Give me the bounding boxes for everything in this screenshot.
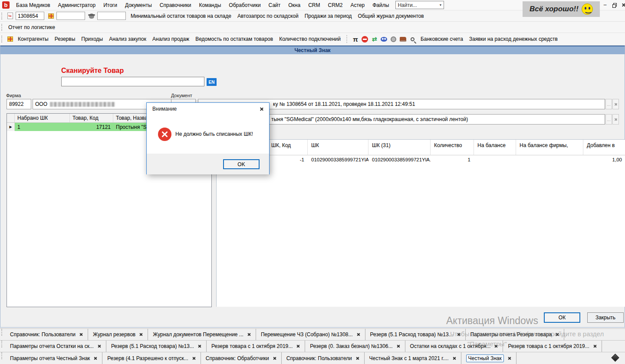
close-window-button[interactable]	[621, 2, 625, 8]
toolbar-button-kontragenty[interactable]: Контрагенты	[15, 33, 52, 45]
column-header-nabrano-shk[interactable]: Набрано ШК	[15, 114, 70, 122]
stop-icon[interactable]	[362, 36, 368, 43]
menu-item-spravochniki[interactable]: Справочники	[156, 0, 195, 10]
toolbar-grip[interactable]	[1, 329, 3, 336]
toolbar-button-min-ostatok[interactable]: Минимальный остаток товаров на складе	[128, 10, 234, 21]
tab-rezerv-tovara-oktyabr-1[interactable]: Резерв товара с 1 октября 2019...	[207, 341, 305, 352]
document-ellipsis-button[interactable]: ...	[605, 99, 612, 109]
menu-item-itogi[interactable]: Итоги	[99, 0, 121, 10]
menu-item-sait[interactable]: Сайт	[265, 0, 285, 10]
menu-item-okna[interactable]: Окна	[284, 0, 304, 10]
tab-close-icon[interactable]	[357, 333, 360, 336]
scan-input[interactable]	[61, 77, 204, 86]
tab-close-icon[interactable]	[508, 357, 511, 360]
column-header-kolichestvo[interactable]: Количество	[431, 140, 474, 155]
tab-close-icon[interactable]	[79, 333, 83, 336]
agent-input[interactable]	[97, 12, 126, 20]
toolbar-button-prihody[interactable]: Приходы	[78, 33, 106, 45]
toolbar-button-bank-scheta[interactable]: Банковские счета	[418, 33, 466, 45]
tab-chestny-znak-active[interactable]: Честный Знак	[461, 352, 516, 364]
menu-item-crm[interactable]: CRM	[304, 0, 324, 10]
toolbar-button-zayavki[interactable]: Заявки на расход денежных средств	[466, 33, 561, 45]
tab-rezerv-rashod-2[interactable]: Резерв (5.1 Расход товара) №13...	[106, 341, 207, 352]
column-header-shk[interactable]: ШК	[308, 140, 368, 155]
tab-chestny-znak-mart[interactable]: Честный Знак с 1 марта 2021 г....	[365, 352, 461, 364]
tab-close-icon[interactable]	[457, 333, 461, 336]
toolbar-button-kolichestvo-podkl[interactable]: Количество подключений	[276, 33, 344, 45]
product-ellipsis-button[interactable]: ...	[605, 114, 612, 125]
toolbar-button-vedomost[interactable]: Ведомость по остаткам товаров	[192, 33, 276, 45]
tab-parametry-ostatki[interactable]: Параметры отчета Остатки на ск...	[5, 341, 106, 352]
menu-item-obrabotchiki[interactable]: Обработчики	[225, 0, 264, 10]
tab-rezerv-tovara-oktyabr-2[interactable]: Резерв товара с 1 октября 2019...	[503, 341, 602, 352]
tab-close-icon[interactable]	[556, 333, 559, 336]
tab-peremeshenie-chz[interactable]: Перемещение ЧЗ (Собрано) №1308...	[256, 329, 365, 340]
tab-spravochnik-polzovateli[interactable]: Справочник: Пользователи	[5, 329, 88, 340]
tab-close-icon[interactable]	[98, 344, 101, 348]
toolbar-grip[interactable]	[1, 341, 3, 348]
toolbar-grip[interactable]	[1, 13, 3, 20]
toolbar-grip[interactable]	[1, 36, 3, 43]
tab-close-icon[interactable]	[494, 344, 498, 348]
column-header-na-balanse[interactable]: На балансе	[474, 140, 516, 155]
gift-icon[interactable]	[7, 36, 13, 42]
menu-item-administrator[interactable]: Администратор	[54, 0, 100, 10]
tab-close-icon[interactable]	[296, 344, 300, 348]
tab-close-icon[interactable]	[94, 357, 97, 360]
dialog-close-button[interactable]	[257, 105, 266, 113]
recycle-icon[interactable]: ⇄	[372, 36, 377, 43]
menu-item-dokumenty[interactable]: Документы	[121, 0, 156, 10]
tab-ostatki-na-skladah[interactable]: Остатки на складах с 1 октября...	[405, 341, 503, 352]
toolbar-button-autozapros[interactable]: Автозапрос по складской	[234, 10, 302, 21]
pi-icon[interactable]: π	[353, 36, 358, 43]
doc-number-input[interactable]	[16, 12, 44, 20]
tab-close-icon[interactable]	[247, 333, 251, 336]
menu-item-baza-medikov[interactable]: База Медиков	[12, 0, 54, 10]
tab-zhurnal-rezervov[interactable]: Журнал резервов	[88, 329, 148, 340]
menu-item-aster[interactable]: Астер	[347, 0, 369, 10]
tab-close-icon[interactable]	[198, 344, 201, 348]
restore-button[interactable]	[612, 2, 617, 8]
tab-rezerv-razresheno[interactable]: Резерв (4.1 Разрешено к отпуск...	[102, 352, 201, 364]
menu-item-faily[interactable]: Файлы	[368, 0, 393, 10]
book-icon[interactable]	[400, 37, 406, 42]
mask-icon[interactable]	[381, 37, 387, 42]
document-clear-button[interactable]	[612, 99, 619, 109]
toolbar-grip[interactable]	[1, 352, 3, 359]
stamp-icon[interactable]	[391, 36, 396, 42]
toolbar-button-otchet-logistika[interactable]: Отчет по логистике	[5, 22, 58, 33]
toolbar-button-analiz-zakupok[interactable]: Анализ закупок	[106, 33, 149, 45]
keyboard-layout-button[interactable]: EN	[207, 78, 217, 86]
dropdown-arrow-icon[interactable]: ▼	[439, 3, 442, 7]
tab-close-icon[interactable]	[593, 344, 597, 348]
product-name-field[interactable]: тыня "SGMedical" (2000x900x140 мм,бязь г…	[216, 114, 605, 125]
column-header-shk31[interactable]: ШК (31)	[368, 140, 431, 155]
tab-spravochnik-polzovateli-2[interactable]: Справочник: Пользователи	[282, 352, 365, 364]
toolbar-button-analiz-prodazh[interactable]: Анализ продаж	[149, 33, 192, 45]
tab-close-icon[interactable]	[356, 357, 359, 360]
column-header-dobavlen-v[interactable]: Добавлен в	[583, 140, 625, 155]
diamond-icon[interactable]	[611, 354, 619, 361]
column-header-na-balanse-firmy[interactable]: На балансе фирмы,	[516, 140, 583, 155]
search-combobox[interactable]: Найти... ▼	[395, 1, 444, 9]
gift-icon[interactable]	[48, 13, 54, 19]
tab-rezerv-zakaz-beznal[interactable]: Резерв (0. Заказ безнал) №1306...	[305, 341, 405, 352]
tab-close-icon[interactable]	[139, 333, 143, 336]
minimize-button[interactable]: –	[602, 2, 608, 8]
menu-item-komandy[interactable]: Команды	[195, 0, 225, 10]
product-clear-button[interactable]	[612, 114, 619, 125]
tab-close-icon[interactable]	[453, 357, 456, 360]
tab-parametry-chestny-znak[interactable]: Параметры отчета Честный Знак	[5, 352, 102, 364]
tab-close-icon[interactable]	[273, 357, 276, 360]
dialog-ok-button[interactable]: OK	[223, 159, 260, 169]
agent-icon[interactable]	[89, 13, 94, 19]
tab-close-icon[interactable]	[397, 344, 400, 348]
toolbar-button-rezervy[interactable]: Резервы	[52, 33, 79, 45]
tab-rezerv-rashod-1[interactable]: Резерв (5.1 Расход товара) №13...	[365, 329, 466, 340]
gift-input[interactable]	[56, 12, 85, 20]
tab-spravochnik-obrabotchiki[interactable]: Справочник: Обработчики	[201, 352, 282, 364]
ok-button[interactable]: ОК	[544, 312, 580, 323]
tab-zhurnal-dokumentov[interactable]: Журнал документов Перемещение ...	[148, 329, 256, 340]
toolbar-button-obshiy-zhurnal[interactable]: Общий журнал документов	[355, 10, 427, 21]
search-icon[interactable]	[411, 37, 414, 41]
